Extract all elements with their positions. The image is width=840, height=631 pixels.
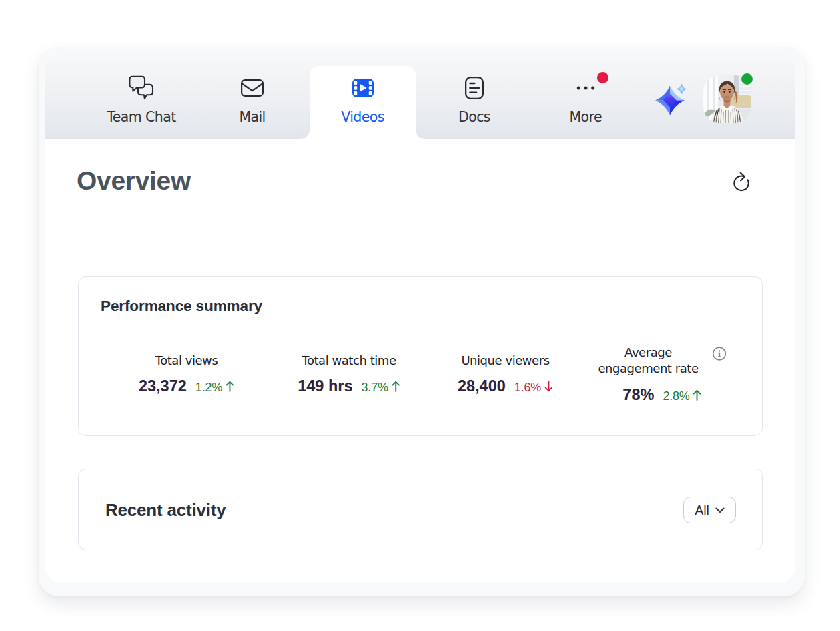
metric-value-row: 149 hrs3.7% bbox=[298, 376, 400, 398]
tab-label: Docs bbox=[458, 109, 490, 125]
docs-icon bbox=[465, 77, 484, 99]
metric-divider bbox=[272, 354, 272, 393]
tab-bar: Team Chat Mail bbox=[45, 53, 795, 139]
activity-filter-dropdown[interactable]: All bbox=[683, 497, 736, 523]
arrow-up-icon bbox=[225, 381, 234, 392]
tab-label: Videos bbox=[341, 109, 384, 125]
mail-icon bbox=[241, 79, 264, 97]
tab-mail[interactable]: Mail bbox=[202, 53, 302, 139]
videos-icon bbox=[352, 79, 374, 97]
metric-value: 78% bbox=[622, 386, 654, 403]
notification-badge bbox=[597, 72, 609, 84]
metric-value-row: 23,3721.2% bbox=[139, 376, 234, 398]
info-icon bbox=[712, 347, 726, 361]
metric-divider bbox=[428, 354, 428, 393]
arrow-up-icon bbox=[391, 381, 400, 392]
tab-label: Mail bbox=[239, 109, 265, 125]
ai-sparkle-icon bbox=[652, 77, 688, 115]
metric-label: Unique viewers bbox=[458, 353, 553, 369]
more-icon bbox=[570, 85, 602, 91]
metric-value: 23,372 bbox=[139, 377, 187, 395]
metric-value-row: 28,4001.6% bbox=[458, 376, 553, 398]
tab-flare-right bbox=[416, 131, 424, 139]
tab-videos[interactable]: Videos bbox=[313, 53, 413, 139]
online-status-dot bbox=[741, 73, 753, 85]
recent-card-title: Recent activity bbox=[105, 500, 226, 521]
page-title: Overview bbox=[77, 166, 191, 196]
refresh-button[interactable] bbox=[733, 172, 751, 191]
metric-delta: 1.2% bbox=[195, 381, 234, 394]
metric-unique-viewers: Unique viewers 28,4001.6% bbox=[458, 353, 553, 398]
tab-label: Team Chat bbox=[107, 109, 175, 125]
arrow-up-icon bbox=[693, 389, 702, 401]
tab-more[interactable]: More bbox=[536, 53, 636, 139]
metric-total-views: Total views 23,3721.2% bbox=[139, 353, 234, 398]
metric-delta: 1.6% bbox=[514, 381, 553, 394]
metric-label-line1: Average bbox=[576, 345, 720, 361]
main-content: Overview Performance summary Total views… bbox=[45, 139, 795, 582]
metric-value-row: 78%2.8% bbox=[604, 385, 720, 407]
user-avatar[interactable] bbox=[703, 75, 751, 124]
metric-total-watch-time: Total watch time 149 hrs3.7% bbox=[298, 353, 400, 398]
metric-label-block: Average engagement rate bbox=[576, 345, 720, 377]
filter-selected-value: All bbox=[695, 503, 709, 518]
refresh-icon bbox=[733, 172, 751, 192]
chevron-down-icon bbox=[715, 507, 725, 513]
arrow-down-icon bbox=[544, 381, 553, 392]
ai-assistant-button[interactable] bbox=[650, 53, 690, 139]
metric-label: Total views bbox=[139, 353, 234, 369]
team-chat-icon bbox=[129, 76, 154, 101]
app-window: Team Chat Mail bbox=[39, 47, 805, 596]
metric-label: Total watch time bbox=[298, 353, 400, 369]
metric-delta: 2.8% bbox=[663, 389, 701, 403]
info-button[interactable] bbox=[712, 347, 726, 361]
tab-label: More bbox=[569, 109, 601, 125]
metric-label-line2: engagement rate bbox=[576, 361, 720, 377]
performance-card-title: Performance summary bbox=[101, 298, 262, 315]
tab-team-chat[interactable]: Team Chat bbox=[91, 53, 191, 139]
metric-delta: 3.7% bbox=[362, 381, 400, 394]
tab-flare-left bbox=[302, 131, 310, 139]
metric-value: 28,400 bbox=[458, 377, 506, 395]
app-surface: Team Chat Mail bbox=[45, 53, 795, 582]
recent-activity-card: Recent activity All bbox=[78, 469, 763, 550]
metric-engagement-rate: Average engagement rate 78%2.8% bbox=[576, 345, 720, 407]
tab-docs[interactable]: Docs bbox=[424, 53, 524, 139]
metric-value: 149 hrs bbox=[298, 377, 352, 395]
performance-summary-card: Performance summary Total views 23,3721.… bbox=[78, 276, 763, 436]
